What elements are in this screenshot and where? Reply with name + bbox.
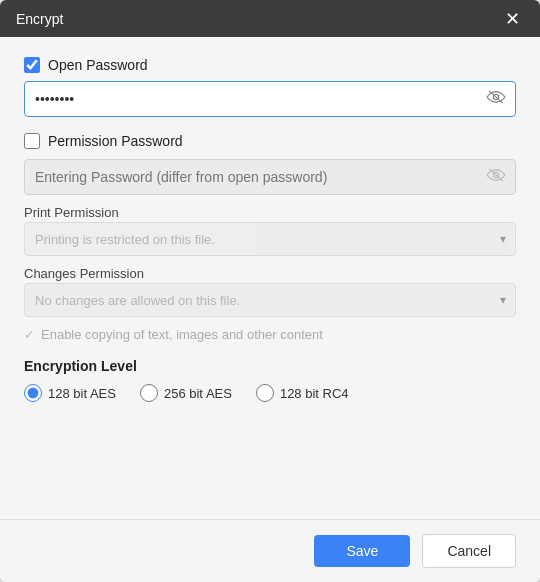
open-password-section: Open Password	[24, 57, 516, 117]
changes-permission-select-wrapper: No changes are allowed on this file. ▾	[24, 283, 516, 317]
print-permission-group: Print Permission Printing is restricted …	[24, 205, 516, 256]
title-bar: Encrypt ✕	[0, 0, 540, 37]
radio-128aes[interactable]: 128 bit AES	[24, 384, 116, 402]
radio-128rc4-label: 128 bit RC4	[280, 386, 349, 401]
changes-permission-group: Changes Permission No changes are allowe…	[24, 266, 516, 317]
encryption-section: Encryption Level 128 bit AES 256 bit AES…	[24, 358, 516, 402]
permission-password-label[interactable]: Permission Password	[48, 133, 183, 149]
toggle-open-password-icon[interactable]	[486, 90, 506, 108]
print-permission-select-wrapper: Printing is restricted on this file. ▾	[24, 222, 516, 256]
permission-password-input-wrapper	[24, 159, 516, 195]
radio-128aes-input[interactable]	[24, 384, 42, 402]
dialog-body: Open Password Permission Password	[0, 37, 540, 519]
encryption-level-title: Encryption Level	[24, 358, 516, 374]
permission-password-section: Permission Password Print Permission	[24, 133, 516, 342]
radio-128rc4-input[interactable]	[256, 384, 274, 402]
dialog-footer: Save Cancel	[0, 519, 540, 582]
open-password-label[interactable]: Open Password	[48, 57, 148, 73]
print-permission-label: Print Permission	[24, 205, 516, 220]
open-password-checkbox[interactable]	[24, 57, 40, 73]
radio-128aes-label: 128 bit AES	[48, 386, 116, 401]
copy-check-icon: ✓	[24, 327, 35, 342]
permission-password-input[interactable]	[24, 159, 516, 195]
close-button[interactable]: ✕	[501, 8, 524, 30]
radio-256aes-input[interactable]	[140, 384, 158, 402]
open-password-input[interactable]	[24, 81, 516, 117]
radio-256aes[interactable]: 256 bit AES	[140, 384, 232, 402]
save-button[interactable]: Save	[314, 535, 410, 567]
encrypt-dialog: Encrypt ✕ Open Password	[0, 0, 540, 582]
radio-128rc4[interactable]: 128 bit RC4	[256, 384, 349, 402]
dialog-title: Encrypt	[16, 11, 63, 27]
toggle-permission-password-icon[interactable]	[486, 168, 506, 186]
radio-256aes-label: 256 bit AES	[164, 386, 232, 401]
copy-content-row: ✓ Enable copying of text, images and oth…	[24, 327, 516, 342]
print-permission-select[interactable]: Printing is restricted on this file.	[24, 222, 516, 256]
permission-password-checkbox[interactable]	[24, 133, 40, 149]
permission-password-row: Permission Password	[24, 133, 516, 149]
open-password-row: Open Password	[24, 57, 516, 73]
changes-permission-label: Changes Permission	[24, 266, 516, 281]
changes-permission-select[interactable]: No changes are allowed on this file.	[24, 283, 516, 317]
open-password-input-wrapper	[24, 81, 516, 117]
copy-content-label: Enable copying of text, images and other…	[41, 327, 323, 342]
encryption-radio-group: 128 bit AES 256 bit AES 128 bit RC4	[24, 384, 516, 402]
cancel-button[interactable]: Cancel	[422, 534, 516, 568]
